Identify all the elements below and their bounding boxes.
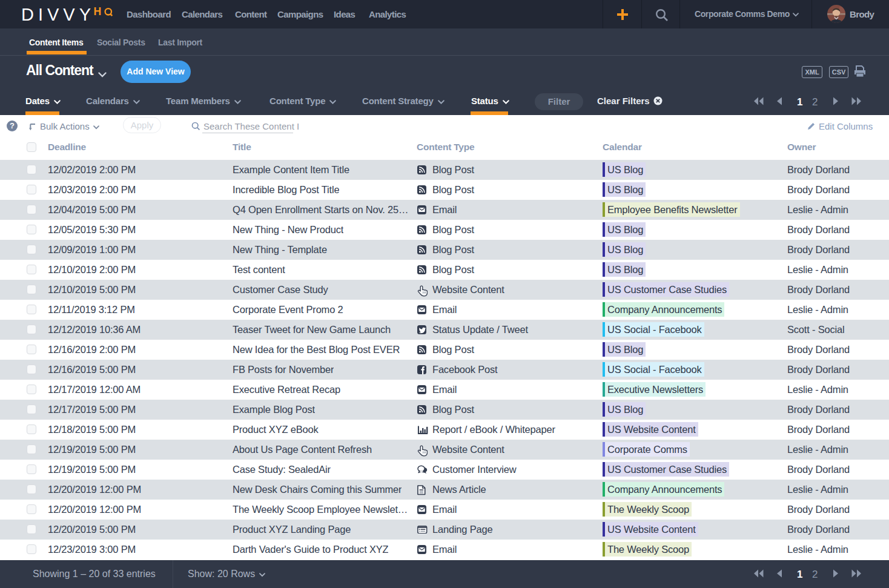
svg-text:DIVVY: DIVVY <box>21 6 95 24</box>
svg-text:H: H <box>94 6 102 18</box>
